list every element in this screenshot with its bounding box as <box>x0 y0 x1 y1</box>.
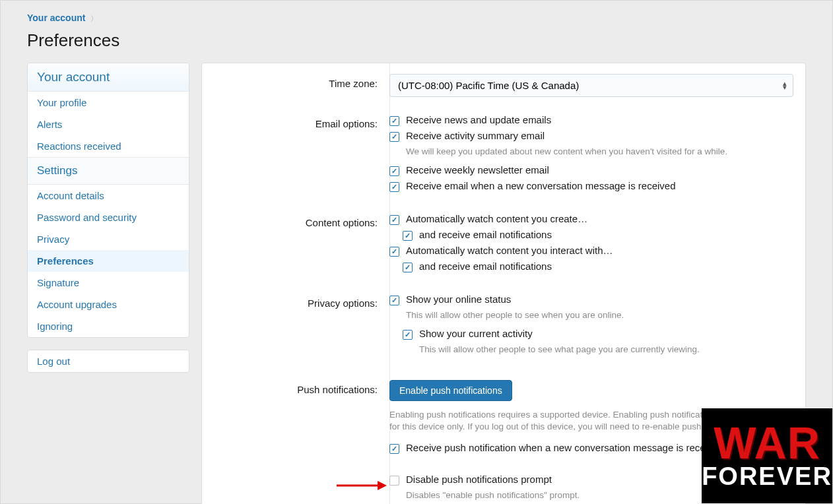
timezone-label: Time zone: <box>202 74 389 97</box>
opt-disable-push-prompt: Disable push notifications prompt <box>406 474 552 485</box>
account-sidebar: Your account Your profile Alerts Reactio… <box>27 63 189 385</box>
opt-current-activity: Show your current activity <box>419 328 533 339</box>
breadcrumb: Your account 〉 <box>27 1 806 28</box>
checkbox-online-status[interactable] <box>389 296 399 305</box>
opt-watch-create: Automatically watch content you create… <box>406 213 587 224</box>
opt-push-conversation: Receive push notification when a new con… <box>406 442 723 453</box>
checkbox-activity-summary[interactable] <box>389 132 399 142</box>
opt-online-status: Show your online status <box>406 294 511 305</box>
chevron-right-icon: 〉 <box>90 15 98 22</box>
sidebar-item-preferences[interactable]: Preferences <box>28 250 189 272</box>
checkbox-weekly-newsletter[interactable] <box>389 166 399 176</box>
privacy-options-label: Privacy options: <box>202 294 389 362</box>
sidebar-item-alerts[interactable]: Alerts <box>28 113 189 135</box>
breadcrumb-link[interactable]: Your account <box>27 13 85 23</box>
hint-online-status: This will allow other people to see when… <box>406 309 793 321</box>
enable-push-button[interactable]: Enable push notifications <box>389 380 512 401</box>
push-notifications-label: Push notifications: <box>202 380 389 504</box>
timezone-select[interactable]: (UTC-08:00) Pacific Time (US & Canada) <box>389 74 793 97</box>
content-options-label: Content options: <box>202 213 389 276</box>
checkbox-news-emails[interactable] <box>389 116 399 126</box>
logo-line2: FOREVER <box>702 464 832 489</box>
opt-news-emails: Receive news and update emails <box>406 114 551 125</box>
opt-watch-create-email: and receive email notifications <box>419 229 552 240</box>
sidebar-item-logout[interactable]: Log out <box>28 350 189 372</box>
sidebar-heading-account[interactable]: Your account <box>28 63 189 92</box>
sidebar-item-signature[interactable]: Signature <box>28 272 189 294</box>
checkbox-push-conversation[interactable] <box>389 444 399 454</box>
sidebar-item-privacy[interactable]: Privacy <box>28 228 189 250</box>
opt-watch-interact: Automatically watch content you interact… <box>406 245 613 256</box>
opt-conversation-email: Receive email when a new conversation me… <box>406 180 676 191</box>
hint-activity-summary: We will keep you updated about new conte… <box>406 146 793 158</box>
opt-watch-interact-email: and receive email notifications <box>419 261 552 272</box>
sidebar-item-upgrades[interactable]: Account upgrades <box>28 294 189 315</box>
sidebar-item-ignoring[interactable]: Ignoring <box>28 315 189 337</box>
checkbox-current-activity[interactable] <box>403 330 413 340</box>
email-options-label: Email options: <box>202 114 389 196</box>
page-title: Preferences <box>27 30 806 51</box>
sidebar-item-password[interactable]: Password and security <box>28 206 189 228</box>
sidebar-item-reactions[interactable]: Reactions received <box>28 135 189 157</box>
checkbox-watch-interact-email[interactable] <box>403 263 413 272</box>
checkbox-disable-push-prompt[interactable] <box>389 476 399 486</box>
site-logo: WAR FOREVER <box>702 408 832 503</box>
hint-current-activity: This will allow other people to see what… <box>419 344 793 356</box>
opt-activity-summary: Receive activity summary email <box>406 130 545 141</box>
sidebar-item-account-details[interactable]: Account details <box>28 185 189 206</box>
sidebar-item-profile[interactable]: Your profile <box>28 92 189 113</box>
checkbox-conversation-email[interactable] <box>389 182 399 192</box>
checkbox-watch-interact[interactable] <box>389 247 399 257</box>
opt-weekly-newsletter: Receive weekly newsletter email <box>406 164 549 175</box>
logo-line1: WAR <box>714 423 820 463</box>
sidebar-heading-settings[interactable]: Settings <box>28 158 189 185</box>
checkbox-watch-create-email[interactable] <box>403 231 413 241</box>
checkbox-watch-create[interactable] <box>389 215 399 225</box>
